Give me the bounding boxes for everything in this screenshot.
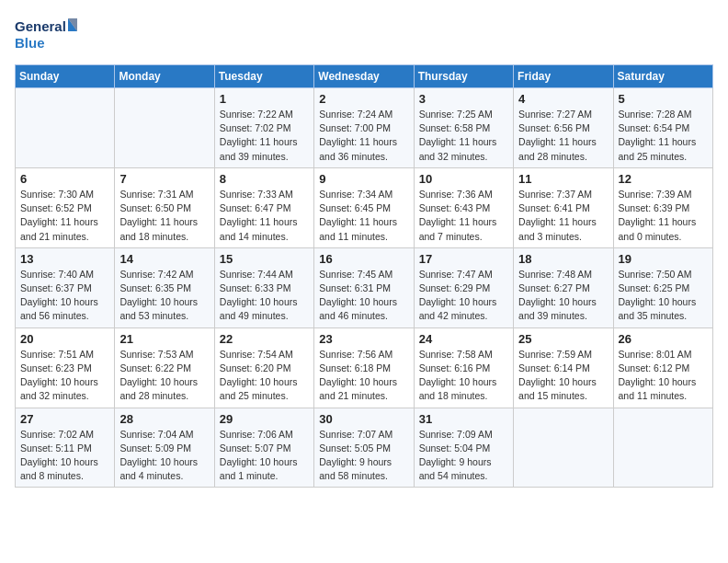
- day-info: Sunrise: 7:31 AM Sunset: 6:50 PM Dayligh…: [119, 188, 209, 244]
- calendar-table: SundayMondayTuesdayWednesdayThursdayFrid…: [15, 64, 713, 488]
- day-number: 31: [419, 412, 508, 426]
- calendar-cell: 18Sunrise: 7:48 AM Sunset: 6:27 PM Dayli…: [514, 247, 613, 327]
- day-number: 14: [119, 252, 209, 266]
- day-number: 24: [419, 332, 508, 346]
- day-number: 16: [319, 252, 408, 266]
- calendar-cell: 16Sunrise: 7:45 AM Sunset: 6:31 PM Dayli…: [314, 247, 414, 327]
- page-header: General Blue: [15, 15, 713, 55]
- calendar-cell: [115, 88, 214, 168]
- calendar-cell: [16, 88, 115, 168]
- calendar-cell: 3Sunrise: 7:25 AM Sunset: 6:58 PM Daylig…: [414, 88, 513, 168]
- day-number: 26: [619, 332, 708, 346]
- day-info: Sunrise: 7:22 AM Sunset: 7:02 PM Dayligh…: [220, 108, 309, 164]
- day-info: Sunrise: 7:24 AM Sunset: 7:00 PM Dayligh…: [319, 108, 408, 164]
- day-number: 13: [20, 252, 109, 266]
- day-number: 12: [619, 172, 708, 186]
- calendar-cell: 4Sunrise: 7:27 AM Sunset: 6:56 PM Daylig…: [514, 88, 613, 168]
- day-number: 15: [220, 252, 309, 266]
- calendar-cell: 14Sunrise: 7:42 AM Sunset: 6:35 PM Dayli…: [115, 247, 214, 327]
- weekday-header-sunday: Sunday: [16, 65, 115, 88]
- day-number: 1: [220, 92, 309, 106]
- day-number: 25: [518, 332, 608, 346]
- day-number: 19: [619, 252, 708, 266]
- day-info: Sunrise: 7:50 AM Sunset: 6:25 PM Dayligh…: [619, 268, 708, 324]
- calendar-cell: 7Sunrise: 7:31 AM Sunset: 6:50 PM Daylig…: [115, 167, 214, 247]
- calendar-week-row: 6Sunrise: 7:30 AM Sunset: 6:52 PM Daylig…: [16, 167, 713, 247]
- day-number: 5: [619, 92, 708, 106]
- calendar-cell: 23Sunrise: 7:56 AM Sunset: 6:18 PM Dayli…: [314, 327, 414, 408]
- calendar-cell: 5Sunrise: 7:28 AM Sunset: 6:54 PM Daylig…: [613, 88, 712, 168]
- day-number: 20: [20, 332, 109, 346]
- calendar-cell: 10Sunrise: 7:36 AM Sunset: 6:43 PM Dayli…: [414, 167, 513, 247]
- calendar-cell: [613, 408, 712, 488]
- calendar-cell: 27Sunrise: 7:02 AM Sunset: 5:11 PM Dayli…: [16, 408, 115, 488]
- weekday-header-row: SundayMondayTuesdayWednesdayThursdayFrid…: [16, 65, 713, 88]
- day-number: 11: [518, 172, 608, 186]
- day-number: 21: [119, 332, 209, 346]
- day-info: Sunrise: 7:59 AM Sunset: 6:14 PM Dayligh…: [518, 348, 608, 404]
- calendar-cell: [514, 408, 613, 488]
- day-info: Sunrise: 7:30 AM Sunset: 6:52 PM Dayligh…: [20, 188, 109, 244]
- day-info: Sunrise: 7:45 AM Sunset: 6:31 PM Dayligh…: [319, 268, 408, 324]
- day-info: Sunrise: 7:51 AM Sunset: 6:23 PM Dayligh…: [20, 348, 109, 404]
- calendar-cell: 26Sunrise: 8:01 AM Sunset: 6:12 PM Dayli…: [613, 327, 712, 408]
- day-info: Sunrise: 7:25 AM Sunset: 6:58 PM Dayligh…: [419, 108, 508, 164]
- day-number: 10: [419, 172, 508, 186]
- day-info: Sunrise: 7:36 AM Sunset: 6:43 PM Dayligh…: [419, 188, 508, 244]
- calendar-cell: 17Sunrise: 7:47 AM Sunset: 6:29 PM Dayli…: [414, 247, 513, 327]
- day-info: Sunrise: 8:01 AM Sunset: 6:12 PM Dayligh…: [619, 348, 708, 404]
- weekday-header-saturday: Saturday: [613, 65, 712, 88]
- day-number: 18: [518, 252, 608, 266]
- calendar-cell: 31Sunrise: 7:09 AM Sunset: 5:04 PM Dayli…: [414, 408, 513, 488]
- day-info: Sunrise: 7:04 AM Sunset: 5:09 PM Dayligh…: [119, 428, 209, 484]
- day-number: 29: [220, 412, 309, 426]
- day-info: Sunrise: 7:44 AM Sunset: 6:33 PM Dayligh…: [220, 268, 309, 324]
- calendar-cell: 29Sunrise: 7:06 AM Sunset: 5:07 PM Dayli…: [214, 408, 313, 488]
- svg-text:Blue: Blue: [15, 35, 45, 51]
- day-info: Sunrise: 7:48 AM Sunset: 6:27 PM Dayligh…: [518, 268, 608, 324]
- day-number: 28: [119, 412, 209, 426]
- day-info: Sunrise: 7:53 AM Sunset: 6:22 PM Dayligh…: [119, 348, 209, 404]
- day-info: Sunrise: 7:40 AM Sunset: 6:37 PM Dayligh…: [20, 268, 109, 324]
- calendar-cell: 13Sunrise: 7:40 AM Sunset: 6:37 PM Dayli…: [16, 247, 115, 327]
- day-info: Sunrise: 7:02 AM Sunset: 5:11 PM Dayligh…: [20, 428, 109, 484]
- calendar-week-row: 27Sunrise: 7:02 AM Sunset: 5:11 PM Dayli…: [16, 408, 713, 488]
- day-info: Sunrise: 7:54 AM Sunset: 6:20 PM Dayligh…: [220, 348, 309, 404]
- day-number: 30: [319, 412, 408, 426]
- day-number: 2: [319, 92, 408, 106]
- calendar-cell: 28Sunrise: 7:04 AM Sunset: 5:09 PM Dayli…: [115, 408, 214, 488]
- day-info: Sunrise: 7:39 AM Sunset: 6:39 PM Dayligh…: [619, 188, 708, 244]
- calendar-cell: 9Sunrise: 7:34 AM Sunset: 6:45 PM Daylig…: [314, 167, 414, 247]
- day-number: 27: [20, 412, 109, 426]
- calendar-cell: 15Sunrise: 7:44 AM Sunset: 6:33 PM Dayli…: [214, 247, 313, 327]
- day-number: 23: [319, 332, 408, 346]
- day-info: Sunrise: 7:58 AM Sunset: 6:16 PM Dayligh…: [419, 348, 508, 404]
- weekday-header-thursday: Thursday: [414, 65, 513, 88]
- calendar-header: SundayMondayTuesdayWednesdayThursdayFrid…: [16, 65, 713, 88]
- day-info: Sunrise: 7:37 AM Sunset: 6:41 PM Dayligh…: [518, 188, 608, 244]
- calendar-week-row: 20Sunrise: 7:51 AM Sunset: 6:23 PM Dayli…: [16, 327, 713, 408]
- calendar-cell: 19Sunrise: 7:50 AM Sunset: 6:25 PM Dayli…: [613, 247, 712, 327]
- weekday-header-friday: Friday: [514, 65, 613, 88]
- day-info: Sunrise: 7:34 AM Sunset: 6:45 PM Dayligh…: [319, 188, 408, 244]
- calendar-cell: 20Sunrise: 7:51 AM Sunset: 6:23 PM Dayli…: [16, 327, 115, 408]
- day-info: Sunrise: 7:07 AM Sunset: 5:05 PM Dayligh…: [319, 428, 408, 484]
- calendar-cell: 24Sunrise: 7:58 AM Sunset: 6:16 PM Dayli…: [414, 327, 513, 408]
- day-number: 4: [518, 92, 608, 106]
- day-number: 8: [220, 172, 309, 186]
- day-info: Sunrise: 7:56 AM Sunset: 6:18 PM Dayligh…: [319, 348, 408, 404]
- day-info: Sunrise: 7:42 AM Sunset: 6:35 PM Dayligh…: [119, 268, 209, 324]
- day-number: 3: [419, 92, 508, 106]
- calendar-cell: 22Sunrise: 7:54 AM Sunset: 6:20 PM Dayli…: [214, 327, 313, 408]
- calendar-cell: 1Sunrise: 7:22 AM Sunset: 7:02 PM Daylig…: [214, 88, 313, 168]
- calendar-cell: 8Sunrise: 7:33 AM Sunset: 6:47 PM Daylig…: [214, 167, 313, 247]
- day-number: 9: [319, 172, 408, 186]
- calendar-cell: 2Sunrise: 7:24 AM Sunset: 7:00 PM Daylig…: [314, 88, 414, 168]
- day-info: Sunrise: 7:33 AM Sunset: 6:47 PM Dayligh…: [220, 188, 309, 244]
- logo: General Blue: [15, 15, 79, 55]
- calendar-week-row: 13Sunrise: 7:40 AM Sunset: 6:37 PM Dayli…: [16, 247, 713, 327]
- calendar-cell: 30Sunrise: 7:07 AM Sunset: 5:05 PM Dayli…: [314, 408, 414, 488]
- day-info: Sunrise: 7:28 AM Sunset: 6:54 PM Dayligh…: [619, 108, 708, 164]
- day-info: Sunrise: 7:47 AM Sunset: 6:29 PM Dayligh…: [419, 268, 508, 324]
- day-number: 22: [220, 332, 309, 346]
